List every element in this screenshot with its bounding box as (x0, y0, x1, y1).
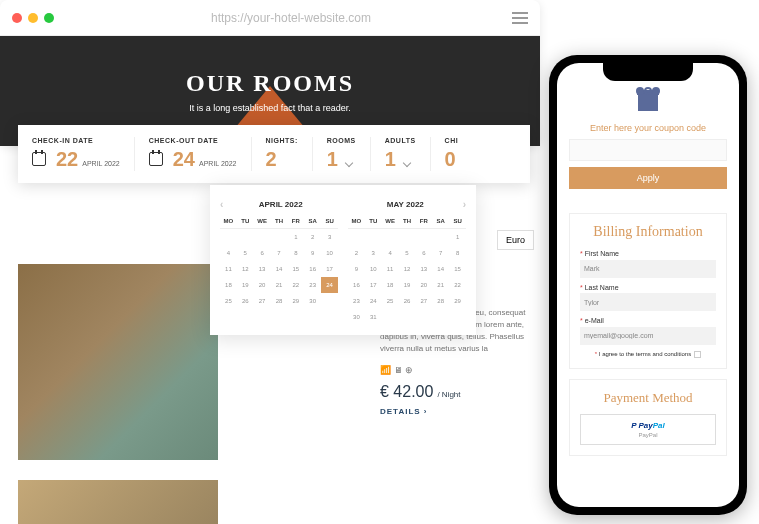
close-icon[interactable] (12, 13, 22, 23)
calendar-day[interactable]: 13 (415, 261, 432, 277)
children-label: CHI (445, 137, 459, 144)
terms-checkbox[interactable] (694, 351, 701, 358)
calendar-day[interactable]: 10 (365, 261, 382, 277)
window-controls[interactable] (12, 13, 54, 23)
checkin-field[interactable]: CHECK-IN DATE 22APRIL 2022 (18, 137, 135, 171)
paypal-logo-icon: P PayPal (587, 421, 709, 430)
paypal-label: PayPal (587, 432, 709, 438)
first-name-field: * First Name (580, 250, 716, 278)
currency-selector[interactable]: Euro (497, 230, 534, 250)
calendar-day[interactable]: 25 (220, 293, 237, 309)
children-field[interactable]: CHI 0 (431, 137, 473, 171)
calendar-day[interactable]: 30 (348, 309, 365, 325)
calendar-day[interactable]: 23 (348, 293, 365, 309)
calendar-day[interactable]: 19 (399, 277, 416, 293)
hamburger-menu-icon[interactable] (512, 12, 528, 24)
calendar-day[interactable]: 29 (449, 293, 466, 309)
calendar-day[interactable]: 20 (254, 277, 271, 293)
calendar-day[interactable]: 15 (449, 261, 466, 277)
email-input[interactable] (580, 327, 716, 345)
calendar-day[interactable]: 11 (220, 261, 237, 277)
calendar-day[interactable]: 5 (237, 245, 254, 261)
calendar-day[interactable]: 29 (287, 293, 304, 309)
calendar-day[interactable]: 30 (304, 293, 321, 309)
calendar-day[interactable]: 31 (365, 309, 382, 325)
children-value: 0 (445, 148, 456, 170)
last-name-input[interactable] (580, 293, 716, 311)
calendar-day[interactable]: 23 (304, 277, 321, 293)
calendar-day[interactable]: 25 (382, 293, 399, 309)
calendar-day[interactable]: 8 (287, 245, 304, 261)
calendar-day[interactable]: 3 (365, 245, 382, 261)
browser-toolbar: https://your-hotel-website.com (0, 0, 540, 36)
calendar-day[interactable]: 11 (382, 261, 399, 277)
first-name-input[interactable] (580, 260, 716, 278)
calendar-day[interactable]: 20 (415, 277, 432, 293)
calendar-day[interactable]: 24 (321, 277, 338, 293)
calendar-day[interactable]: 18 (382, 277, 399, 293)
calendar-day[interactable]: 3 (321, 229, 338, 245)
adults-field[interactable]: ADULTS 1 (371, 137, 431, 171)
calendar-day[interactable]: 24 (365, 293, 382, 309)
calendar-day[interactable]: 12 (399, 261, 416, 277)
calendar-day[interactable]: 12 (237, 261, 254, 277)
calendar-day[interactable]: 2 (348, 245, 365, 261)
calendar-day[interactable]: 26 (399, 293, 416, 309)
calendar-day[interactable]: 13 (254, 261, 271, 277)
calendar-day[interactable]: 7 (271, 245, 288, 261)
first-name-label: First Name (585, 250, 619, 257)
booking-bar: CHECK-IN DATE 22APRIL 2022 CHECK-OUT DAT… (18, 125, 530, 183)
calendar-day[interactable]: 19 (237, 277, 254, 293)
maximize-icon[interactable] (44, 13, 54, 23)
calendar-day[interactable]: 4 (220, 245, 237, 261)
calendar-day[interactable]: 17 (321, 261, 338, 277)
calendar-day[interactable]: 16 (348, 277, 365, 293)
calendar-day[interactable]: 14 (432, 261, 449, 277)
calendar-day[interactable]: 8 (449, 245, 466, 261)
calendar-day[interactable]: 10 (321, 245, 338, 261)
calendar-day[interactable]: 28 (432, 293, 449, 309)
paypal-option[interactable]: P PayPal PayPal (580, 414, 716, 445)
calendar-day[interactable]: 2 (304, 229, 321, 245)
checkin-label: CHECK-IN DATE (32, 137, 120, 144)
chevron-down-icon (345, 159, 353, 167)
calendar-day[interactable]: 14 (271, 261, 288, 277)
calendar-day[interactable]: 22 (287, 277, 304, 293)
room-details-link[interactable]: DETAILS › (380, 407, 530, 416)
date-picker: ‹APRIL 2022 MOTUWETHFRSASU12345678910111… (210, 185, 476, 335)
calendar-day[interactable]: 6 (415, 245, 432, 261)
calendar-day[interactable]: 9 (348, 261, 365, 277)
apply-button[interactable]: Apply (569, 167, 727, 189)
last-name-field: * Last Name (580, 284, 716, 312)
terms-label: I agree to the terms and conditions (599, 351, 691, 357)
calendar-day[interactable]: 22 (449, 277, 466, 293)
next-month-icon[interactable]: › (463, 199, 466, 210)
prev-month-icon[interactable]: ‹ (220, 199, 223, 210)
calendar-day[interactable]: 27 (254, 293, 271, 309)
coupon-label: Enter here your coupon code (569, 123, 727, 133)
rooms-field[interactable]: ROOMS 1 (313, 137, 371, 171)
calendar-day[interactable]: 27 (415, 293, 432, 309)
calendar-day[interactable]: 6 (254, 245, 271, 261)
calendar-day[interactable]: 28 (271, 293, 288, 309)
calendar-day[interactable]: 21 (432, 277, 449, 293)
calendar-day[interactable]: 16 (304, 261, 321, 277)
calendar-day[interactable]: 21 (271, 277, 288, 293)
calendar-day[interactable]: 18 (220, 277, 237, 293)
calendar-day[interactable]: 9 (304, 245, 321, 261)
calendar-day[interactable]: 5 (399, 245, 416, 261)
calendar-day[interactable]: 7 (432, 245, 449, 261)
minimize-icon[interactable] (28, 13, 38, 23)
checkout-month: APRIL 2022 (199, 160, 237, 167)
calendar-day[interactable]: 15 (287, 261, 304, 277)
calendar-day[interactable]: 4 (382, 245, 399, 261)
url-bar[interactable]: https://your-hotel-website.com (70, 11, 512, 25)
coupon-input[interactable] (569, 139, 727, 161)
calendar-day[interactable]: 1 (287, 229, 304, 245)
checkout-field[interactable]: CHECK-OUT DATE 24APRIL 2022 (135, 137, 252, 171)
calendar-day[interactable]: 26 (237, 293, 254, 309)
calendar-day[interactable]: 17 (365, 277, 382, 293)
chevron-down-icon (403, 159, 411, 167)
calendar-day[interactable]: 1 (449, 229, 466, 245)
calendar-april: ‹APRIL 2022 MOTUWETHFRSASU12345678910111… (220, 195, 338, 325)
